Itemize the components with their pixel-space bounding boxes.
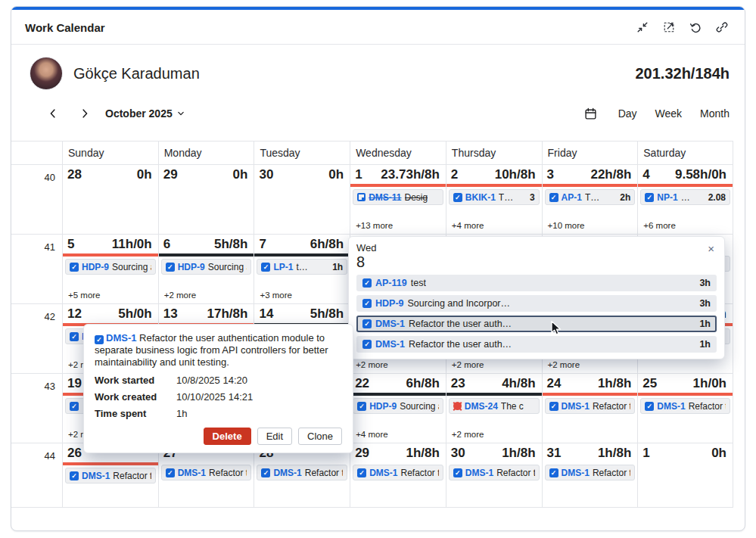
day-cell[interactable]: 300h — [254, 165, 350, 235]
subtask-icon — [357, 193, 366, 201]
worklog-chip[interactable]: ✓DMS-1Refactor the user auth… — [640, 398, 730, 414]
worklog-chip[interactable]: ✓BKIK-1T…3 — [449, 189, 540, 205]
day-cell[interactable]: 10h — [637, 443, 733, 508]
more-link[interactable]: +2 more — [350, 360, 446, 373]
day-cell[interactable]: 511h/0h✓HDP-9Sourcing and Incorpor…+5 mo… — [62, 235, 158, 304]
undercapacity-bar — [350, 393, 446, 396]
more-link[interactable]: +13 more — [350, 221, 446, 234]
worklog-chip[interactable]: ✓DMS-1Refactor the user auth… — [545, 398, 636, 414]
worklog-chip[interactable]: ✓DMS-1Refactor the user auth… — [545, 465, 636, 480]
issue-key: DMS-1 — [375, 339, 405, 350]
day-cell[interactable]: 280h — [62, 165, 158, 235]
undercapacity-bar — [254, 253, 350, 257]
day-cell[interactable]: 234h/8hDMS-24The c+2 more — [446, 374, 542, 443]
more-link[interactable]: +6 more — [638, 221, 733, 234]
worklog-chip[interactable]: ✓DMS-1Refactor the user auth… — [449, 465, 540, 480]
week-number: 42 — [11, 304, 62, 374]
day-total-hours: 5h/0h — [118, 306, 151, 322]
more-link[interactable]: +3 more — [254, 291, 350, 303]
month-selector[interactable]: October 2025 — [105, 107, 185, 120]
day-cell[interactable]: 210h/8h✓BKIK-1T…3+4 more — [446, 165, 542, 235]
worklog-chip[interactable]: ✓DMS-1Refactor the user auth… — [353, 465, 443, 480]
worklog-chip[interactable]: ✓AP-1T…2h — [545, 189, 636, 205]
next-month-button[interactable] — [78, 107, 92, 120]
day-overflow-popup: Wed 8 × ✓AP-119test3h ✓HDP-9Sourcing and… — [348, 236, 725, 359]
prev-month-button[interactable] — [46, 107, 60, 120]
day-cell[interactable]: 291h/8h✓DMS-1Refactor the user auth… — [350, 443, 446, 508]
more-link[interactable]: +2 more — [446, 430, 542, 443]
calendar-icon[interactable] — [584, 107, 597, 120]
more-link[interactable]: +10 more — [543, 221, 638, 234]
worklog-chip[interactable]: ✓DMS-1Refactor the user auth… — [65, 468, 156, 484]
collapse-icon[interactable] — [635, 20, 650, 35]
task-check-icon: ✓ — [70, 471, 79, 480]
worklog-chip[interactable]: ✓LP-1t…1h — [257, 259, 347, 275]
view-month[interactable]: Month — [700, 107, 730, 120]
task-check-icon: ✓ — [549, 468, 558, 477]
day-total-hours: 10h/8h — [495, 166, 536, 183]
close-icon[interactable]: × — [708, 244, 714, 254]
clone-button[interactable]: Clone — [298, 428, 342, 445]
worklog-chip[interactable]: ✓NP-1…2.08 — [640, 189, 730, 205]
day-cell[interactable]: 76h/8h✓LP-1t…1h+3 more — [254, 235, 350, 304]
worklog-row[interactable]: ✓DMS-1Refactor the user auth…1h — [356, 336, 717, 353]
task-check-icon: ✓ — [95, 335, 104, 344]
issue-key: NP-1 — [657, 192, 677, 203]
view-day[interactable]: Day — [618, 107, 637, 120]
day-cell[interactable]: 290h — [158, 165, 254, 235]
worklog-row[interactable]: ✓HDP-9Sourcing and Incorpor…3h — [356, 295, 717, 312]
day-total-hours: 0h — [233, 166, 248, 183]
day-cell[interactable]: 301h/8h✓DMS-1Refactor the user auth… — [446, 443, 542, 508]
issue-summary: Refactor the user auth… — [409, 339, 512, 350]
refresh-icon[interactable] — [688, 20, 703, 35]
week-number: 41 — [11, 235, 62, 304]
worklog-chip[interactable]: ✓DMS-1Refactor the user auth… — [161, 465, 252, 480]
worklog-summary: ✓DMS-1 Refactor the user authentication … — [95, 332, 342, 369]
task-check-icon: ✓ — [261, 468, 270, 477]
issue-summary: Sourcing and Incorpor… — [208, 262, 247, 272]
day-cell[interactable]: 226h/8h✓HDP-9Sourcing and Incorpor…+4 mo… — [350, 374, 446, 443]
more-link[interactable]: +4 more — [446, 221, 542, 234]
edit-button[interactable]: Edit — [257, 428, 292, 445]
more-link[interactable]: +2 more — [446, 360, 542, 373]
worklog-chip[interactable]: DMS-24The c — [449, 398, 540, 414]
worklog-chip[interactable]: DMS-11Desig — [353, 189, 443, 205]
day-number: 6 — [163, 236, 170, 253]
worklog-row[interactable]: ✓AP-119test3h — [356, 275, 717, 291]
day-cell[interactable]: 123.73h/8hDMS-11Desig+13 more — [350, 165, 446, 235]
logged-time: 3h — [696, 278, 711, 288]
task-check-icon: ✓ — [549, 193, 558, 202]
worklog-chip[interactable]: ✓HDP-9Sourcing and Incorpor… — [353, 398, 443, 414]
issue-summary: Desig — [405, 192, 428, 203]
worklog-chip[interactable]: ✓DMS-1Refactor the user auth… — [257, 465, 347, 480]
day-cell[interactable]: 65h/8h✓HDP-9Sourcing and Incorpor…+2 mor… — [158, 235, 254, 304]
task-check-icon: ✓ — [70, 263, 79, 272]
day-cell[interactable]: 241h/8h✓DMS-1Refactor the user auth… — [542, 374, 638, 443]
task-check-icon: ✓ — [70, 332, 79, 341]
week-gutter-header — [11, 141, 62, 165]
issue-summary: Refactor the user auth… — [400, 468, 438, 478]
logged-time: 1h — [329, 262, 343, 272]
view-week[interactable]: Week — [655, 107, 683, 120]
more-link[interactable]: +5 more — [63, 291, 158, 303]
popup-weekday: Wed — [356, 243, 717, 253]
day-name-tuesday: Tuesday — [254, 141, 350, 165]
day-cell[interactable]: 311h/8h✓DMS-1Refactor the user auth… — [542, 443, 638, 508]
worklog-chip[interactable]: ✓HDP-9Sourcing and Incorpor… — [65, 259, 156, 275]
more-link[interactable]: +4 more — [350, 430, 446, 443]
more-link[interactable]: +2 more — [159, 291, 254, 303]
month-label: October 2025 — [105, 107, 173, 120]
day-cell[interactable]: 251h/0h✓DMS-1Refactor the user auth… — [637, 374, 733, 443]
day-cell[interactable]: 49.58h/0h✓NP-1…2.08+6 more — [637, 165, 733, 235]
issue-key: DMS-1 — [178, 468, 206, 478]
link-icon[interactable] — [714, 20, 730, 35]
day-total-hours: 0h — [328, 166, 344, 183]
worklog-chip[interactable]: ✓HDP-9Sourcing and Incorpor… — [161, 259, 252, 275]
more-link[interactable]: +2 more — [543, 360, 638, 373]
field-value: 10/8/2025 14:20 — [176, 375, 342, 387]
expand-icon[interactable] — [661, 20, 677, 35]
worklog-row-active[interactable]: ✓DMS-1Refactor the user auth…1h — [356, 316, 717, 332]
day-cell[interactable]: 322h/8h✓AP-1T…2h+10 more — [542, 165, 638, 235]
delete-button[interactable]: Delete — [204, 428, 251, 445]
worklog-detail-popup: ✓DMS-1 Refactor the user authentication … — [83, 324, 353, 453]
